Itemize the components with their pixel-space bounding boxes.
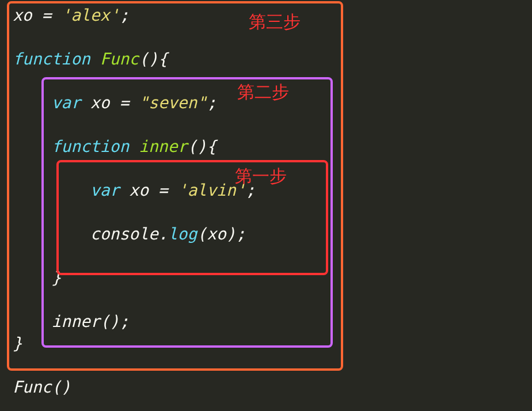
code-token: var: [90, 181, 120, 200]
code-token: log: [168, 224, 197, 243]
code-token: (){: [139, 50, 168, 68]
code-token: console.: [90, 224, 168, 243]
code-token: =: [32, 6, 62, 25]
code-token: (): [51, 378, 71, 397]
code-token: ;: [119, 6, 129, 25]
code-token: }: [13, 334, 22, 353]
code-token: (){: [187, 137, 216, 156]
code-token: [90, 50, 100, 68]
code-token: Func: [13, 378, 51, 397]
code-block: xo = 'alex'; function Func(){ var xo = "…: [0, 0, 532, 398]
code-token: xo: [13, 6, 32, 25]
code-token: function: [13, 50, 90, 68]
code-token: [129, 137, 139, 156]
code-token: (xo);: [197, 224, 245, 243]
code-token: xo =: [119, 181, 177, 200]
code-token: xo =: [81, 93, 139, 112]
code-token: 'alex': [61, 6, 119, 25]
code-token: inner: [51, 312, 100, 331]
code-token: Func: [100, 50, 139, 68]
code-token: ;: [207, 93, 216, 112]
code-token: inner: [139, 137, 187, 156]
code-token: ;: [246, 181, 256, 200]
code-token: 'alvin': [178, 181, 246, 200]
code-token: function: [51, 137, 129, 156]
code-token: var: [51, 93, 81, 112]
code-token: }: [51, 268, 61, 287]
code-token: "seven": [139, 93, 207, 112]
code-token: ();: [100, 312, 130, 331]
